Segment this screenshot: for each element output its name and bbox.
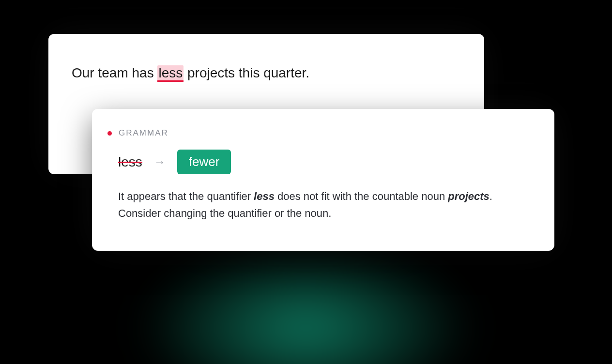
editor-sentence: Our team has less projects this quarter.	[72, 63, 461, 83]
arrow-right-icon: →	[154, 155, 166, 169]
sentence-text-after: projects this quarter.	[184, 65, 309, 80]
sentence-text-before: Our team has	[72, 65, 157, 80]
explanation-text-1: It appears that the quantifier	[118, 190, 254, 202]
explanation-emphasis-2: projects	[448, 190, 490, 202]
suggestion-card: GRAMMAR less → fewer It appears that the…	[92, 109, 554, 251]
background-glow	[137, 243, 475, 364]
explanation-emphasis-1: less	[254, 190, 275, 202]
error-dot-icon	[107, 131, 112, 136]
suggestion-explanation: It appears that the quantifier less does…	[118, 188, 515, 222]
original-word-strikethrough: less	[118, 154, 142, 170]
suggestion-category: GRAMMAR	[119, 128, 168, 138]
explanation-text-2: does not fit with the countable noun	[275, 190, 448, 202]
error-highlight[interactable]: less	[157, 65, 184, 82]
replacement-row: less → fewer	[118, 150, 529, 174]
suggestion-header: GRAMMAR	[107, 128, 529, 138]
apply-suggestion-button[interactable]: fewer	[177, 150, 231, 174]
